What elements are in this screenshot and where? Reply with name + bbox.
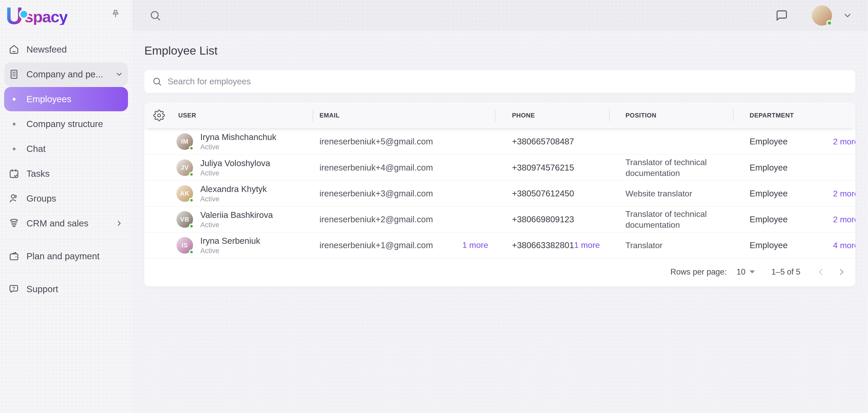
table-row[interactable]: VB Valeriia Bashkirova Active ireneserbe…: [144, 206, 855, 232]
employee-avatar: VB: [177, 211, 193, 228]
sidebar-item-company-and-people[interactable]: Company and pe...: [4, 62, 128, 87]
pin-sidebar-icon[interactable]: [110, 9, 121, 20]
row-more-link[interactable]: 2 more: [833, 137, 855, 146]
sidebar-item-plan-and-payment[interactable]: Plan and payment: [4, 244, 128, 268]
table-row[interactable]: JV Juliya Voloshylova Active ireneserben…: [144, 154, 855, 180]
row-more-link[interactable]: 2 more: [833, 214, 855, 224]
svg-text:?: ?: [12, 286, 15, 291]
employee-status: Active: [200, 221, 273, 229]
employee-position: Translator: [625, 240, 719, 251]
table-settings-gear-icon[interactable]: [153, 109, 165, 122]
uspacy-logo[interactable]: U spacy: [6, 7, 67, 25]
employee-avatar: IS: [177, 237, 193, 253]
employee-email: ireneserbeniuk+4@gmail.com: [319, 163, 433, 173]
chevron-down-icon[interactable]: [843, 11, 852, 21]
home-icon: [8, 44, 20, 55]
sidebar-item-label: Chat: [26, 144, 45, 154]
employee-phone: +380669809123: [512, 214, 574, 225]
employee-search-bar[interactable]: [144, 70, 855, 93]
employee-department: Employee: [750, 240, 788, 250]
employee-status: Active: [200, 247, 260, 255]
pagination-range: 1–5 of 5: [771, 267, 800, 277]
sidebar-item-chat[interactable]: Chat: [4, 137, 128, 161]
status-dot: [189, 249, 194, 254]
next-page-button[interactable]: [837, 268, 846, 276]
main-area: Employee List USER: [132, 0, 868, 413]
sidebar-item-label: Employees: [26, 94, 71, 104]
avatar-initials: IM: [181, 138, 189, 145]
calendar-check-icon: [8, 168, 20, 179]
rows-per-page-value: 10: [736, 267, 745, 277]
status-dot: [189, 223, 194, 229]
table-row[interactable]: IS Iryna Serbeniuk Active ireneserbeniuk…: [144, 232, 855, 258]
employee-phone: +380974576215: [512, 163, 574, 173]
employee-avatar: JV: [177, 160, 193, 176]
employee-name[interactable]: Juliya Voloshylova: [200, 158, 270, 168]
previous-page-button[interactable]: [816, 268, 825, 276]
employee-phone: +380507612450: [512, 188, 574, 199]
employee-phone: +380665708487: [512, 137, 574, 146]
sidebar-item-label: Groups: [26, 193, 56, 204]
sidebar-menu: Newsfeed Company and pe... Employees Com…: [0, 37, 132, 301]
chevron-right-icon: [115, 219, 123, 228]
column-header-phone: PHONE: [512, 112, 535, 119]
sidebar-item-tasks[interactable]: Tasks: [4, 162, 128, 186]
sidebar-item-employees[interactable]: Employees: [4, 87, 128, 111]
sidebar-item-groups[interactable]: Groups: [4, 186, 128, 211]
row-more-link[interactable]: 4 more: [833, 240, 855, 250]
employee-email: ireneserbeniuk+5@gmail.com: [319, 137, 433, 146]
chevron-down-icon: [115, 70, 123, 78]
rows-per-page-label: Rows per page:: [670, 267, 726, 277]
search-input[interactable]: [168, 70, 847, 93]
avatar-initials: VB: [180, 216, 189, 223]
sidebar-item-label: Plan and payment: [26, 251, 99, 261]
wallet-icon: [8, 250, 20, 262]
sidebar-item-label: Company structure: [26, 119, 103, 129]
employee-phone: +380663382801: [512, 240, 574, 250]
employee-position: Translator of technical documentation: [625, 209, 719, 230]
employee-position: Translator of technical documentation: [625, 157, 719, 178]
sidebar-item-company-structure[interactable]: Company structure: [4, 112, 128, 136]
rows-per-page-select[interactable]: 10: [736, 267, 754, 277]
sidebar-item-label: Company and pe...: [26, 69, 103, 79]
employee-name[interactable]: Alexandra Khytyk: [200, 184, 267, 194]
employee-name[interactable]: Iryna Mishchanchuk: [200, 132, 276, 142]
avatar-initials: JV: [181, 164, 189, 171]
employee-email: ireneserbeniuk+1@gmail.com: [319, 240, 433, 250]
sidebar-divider: [5, 240, 127, 240]
help-bubble-icon: ?: [8, 283, 20, 295]
sidebar-item-crm-and-sales[interactable]: CRM and sales: [4, 211, 128, 236]
column-header-user: USER: [178, 112, 196, 119]
column-header-position: POSITION: [625, 112, 656, 119]
chat-icon[interactable]: [775, 9, 788, 22]
table-row[interactable]: AK Alexandra Khytyk Active ireneserbeniu…: [144, 180, 855, 206]
logo-dot: [21, 11, 27, 18]
table-pagination: Rows per page: 10 1–5 of 5: [144, 258, 855, 285]
row-more-link[interactable]: 2 more: [833, 188, 855, 198]
employee-name[interactable]: Valeriia Bashkirova: [200, 210, 273, 220]
table-header: USER EMAIL PHONE POSITION DEPARTMENT: [144, 102, 855, 129]
avatar-initials: AK: [180, 190, 190, 197]
logo-u-mark: U: [6, 7, 22, 25]
employee-status: Active: [200, 169, 270, 177]
employee-department: Employee: [750, 188, 788, 199]
search-icon: [152, 77, 162, 87]
status-dot: [189, 172, 194, 177]
search-icon[interactable]: [149, 9, 161, 22]
phone-more-link[interactable]: 1 more: [574, 240, 600, 250]
employee-name[interactable]: Iryna Serbeniuk: [200, 236, 260, 246]
employee-status: Active: [200, 195, 267, 203]
status-dot: [189, 198, 194, 203]
email-more-link[interactable]: 1 more: [462, 240, 488, 250]
employee-email: ireneserbeniuk+3@gmail.com: [319, 188, 433, 199]
sidebar-item-support[interactable]: ? Support: [4, 277, 128, 301]
employee-email: ireneserbeniuk+2@gmail.com: [319, 214, 433, 225]
column-header-email: EMAIL: [319, 112, 340, 119]
user-avatar[interactable]: [812, 5, 832, 26]
employee-department: Employee: [750, 214, 788, 225]
sidebar-item-label: Tasks: [26, 168, 50, 179]
table-row[interactable]: IM Iryna Mishchanchuk Active ireneserben…: [144, 129, 855, 154]
sidebar: U spacy Newsfeed: [0, 0, 132, 413]
avatar-initials: IS: [182, 242, 188, 249]
sidebar-item-newsfeed[interactable]: Newsfeed: [4, 37, 128, 62]
